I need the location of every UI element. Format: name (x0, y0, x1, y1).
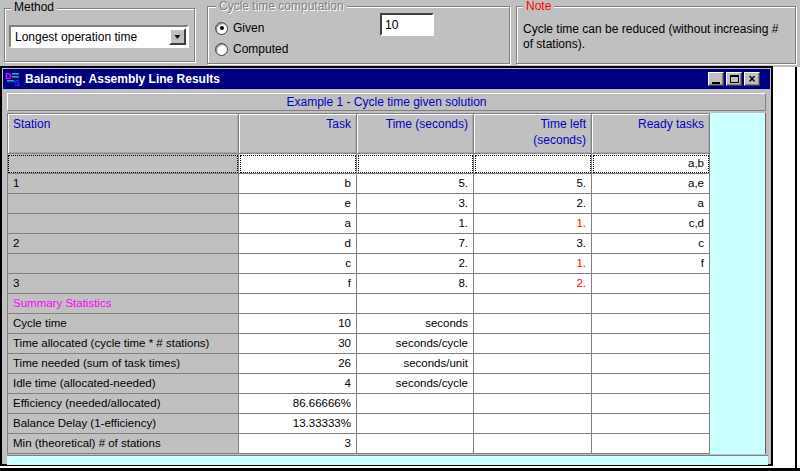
table-row: a,b (7, 154, 710, 174)
window-title: Balancing. Assembly Line Results (25, 72, 220, 86)
window-titlebar[interactable]: D S Balancing. Assembly Line Results × (3, 69, 770, 89)
cell-empty[interactable] (592, 294, 710, 314)
cell-time-left[interactable] (474, 154, 592, 174)
cell-station[interactable] (7, 194, 239, 214)
column-header-ready-tasks: Ready tasks (592, 113, 710, 154)
cell-task[interactable]: a (239, 214, 357, 234)
cell-time-left[interactable]: 1. (474, 254, 592, 274)
cell-time[interactable]: 7. (357, 234, 474, 254)
summary-label[interactable]: Balance Delay (1-efficiency) (7, 414, 239, 434)
cell-empty[interactable] (474, 414, 592, 434)
app-screen: Method Longest operation time ▼ Cycle ti… (0, 0, 800, 471)
cell-empty[interactable] (592, 374, 710, 394)
window-controls: × (708, 72, 768, 86)
cell-task[interactable]: e (239, 194, 357, 214)
cell-station[interactable] (7, 254, 239, 274)
cell-empty[interactable] (474, 434, 592, 454)
cell-empty[interactable] (592, 394, 710, 414)
radio-given[interactable]: Given (215, 21, 264, 35)
cell-time[interactable]: 2. (357, 254, 474, 274)
cell-time[interactable]: 5. (357, 174, 474, 194)
cell-empty[interactable] (239, 294, 357, 314)
app-icon: D S (5, 71, 21, 87)
summary-label[interactable]: Idle time (allocated-needed) (7, 374, 239, 394)
method-label: Method (11, 1, 57, 14)
summary-value[interactable]: 26 (239, 354, 357, 374)
results-window: D S Balancing. Assembly Line Results × E… (0, 66, 773, 466)
cell-ready-tasks[interactable]: c,d (592, 214, 710, 234)
cell-station[interactable] (7, 214, 239, 234)
results-grid: StationTaskTime (seconds)Time left (seco… (7, 113, 710, 454)
cell-time[interactable]: 1. (357, 214, 474, 234)
cell-empty[interactable] (592, 434, 710, 454)
cell-time[interactable] (357, 154, 474, 174)
cell-station[interactable]: 3 (7, 274, 239, 294)
summary-value[interactable]: 4 (239, 374, 357, 394)
results-table: StationTaskTime (seconds)Time left (seco… (7, 113, 766, 454)
cell-station[interactable]: 1 (7, 174, 239, 194)
minimize-button[interactable] (708, 72, 724, 86)
cell-time-left[interactable]: 2. (474, 194, 592, 214)
cell-ready-tasks[interactable]: a,e (592, 174, 710, 194)
summary-unit[interactable]: seconds/cycle (357, 334, 474, 354)
cell-empty[interactable] (474, 374, 592, 394)
cell-empty[interactable] (592, 314, 710, 334)
cell-ready-tasks[interactable]: a (592, 194, 710, 214)
column-header-station: Station (7, 113, 239, 154)
summary-value[interactable]: 13.33333% (239, 414, 357, 434)
summary-value[interactable]: 3 (239, 434, 357, 454)
cell-time-left[interactable]: 2. (474, 274, 592, 294)
cell-task[interactable] (239, 154, 357, 174)
cell-empty[interactable] (592, 334, 710, 354)
cell-station[interactable] (7, 154, 239, 174)
cell-time-left[interactable]: 5. (474, 174, 592, 194)
summary-label[interactable]: Efficiency (needed/allocated) (7, 394, 239, 414)
summary-unit[interactable]: seconds/unit (357, 354, 474, 374)
cell-empty[interactable] (474, 314, 592, 334)
maximize-button[interactable] (726, 72, 742, 86)
cell-task[interactable]: d (239, 234, 357, 254)
method-dropdown[interactable]: Longest operation time ▼ (9, 25, 189, 48)
summary-label[interactable]: Time needed (sum of task times) (7, 354, 239, 374)
cell-empty[interactable] (474, 294, 592, 314)
cell-empty[interactable] (474, 354, 592, 374)
cell-time[interactable]: 3. (357, 194, 474, 214)
cell-task[interactable]: b (239, 174, 357, 194)
summary-title[interactable]: Summary Statistics (7, 294, 239, 314)
summary-value[interactable]: 10 (239, 314, 357, 334)
table-row: e3.2.a (7, 194, 710, 214)
cell-empty[interactable] (592, 354, 710, 374)
summary-label[interactable]: Min (theoretical) # of stations (7, 434, 239, 454)
dropdown-button[interactable]: ▼ (169, 28, 186, 45)
cell-task[interactable]: f (239, 274, 357, 294)
radio-given-label: Given (233, 21, 264, 35)
cell-empty[interactable] (474, 394, 592, 414)
table-row: a1.1.c,d (7, 214, 710, 234)
cell-time[interactable]: 8. (357, 274, 474, 294)
cell-station[interactable]: 2 (7, 234, 239, 254)
summary-unit[interactable] (357, 414, 474, 434)
cell-empty[interactable] (592, 414, 710, 434)
minimize-icon (712, 82, 720, 84)
summary-value[interactable]: 86.66666% (239, 394, 357, 414)
table-row: c2.1.f (7, 254, 710, 274)
cell-empty[interactable] (357, 294, 474, 314)
summary-unit[interactable] (357, 394, 474, 414)
cell-time-left[interactable]: 3. (474, 234, 592, 254)
close-button[interactable]: × (744, 72, 760, 86)
radio-computed[interactable]: Computed (215, 42, 288, 56)
cell-ready-tasks[interactable]: a,b (592, 154, 710, 174)
cycle-time-input[interactable] (380, 13, 434, 36)
cell-ready-tasks[interactable] (592, 274, 710, 294)
summary-label[interactable]: Cycle time (7, 314, 239, 334)
cell-empty[interactable] (474, 334, 592, 354)
summary-unit[interactable] (357, 434, 474, 454)
cell-task[interactable]: c (239, 254, 357, 274)
cell-time-left[interactable]: 1. (474, 214, 592, 234)
cell-ready-tasks[interactable]: f (592, 254, 710, 274)
summary-label[interactable]: Time allocated (cycle time * # stations) (7, 334, 239, 354)
summary-unit[interactable]: seconds (357, 314, 474, 334)
summary-unit[interactable]: seconds/cycle (357, 374, 474, 394)
cell-ready-tasks[interactable]: c (592, 234, 710, 254)
summary-value[interactable]: 30 (239, 334, 357, 354)
